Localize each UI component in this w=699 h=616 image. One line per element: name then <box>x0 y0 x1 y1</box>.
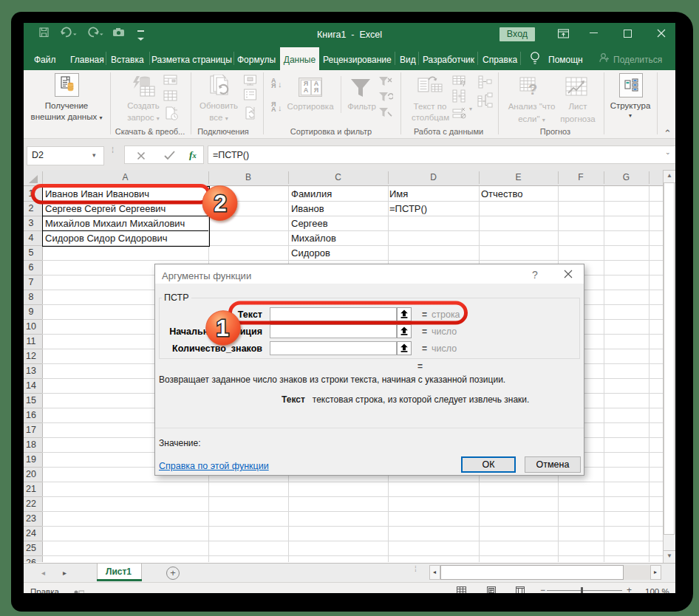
svg-text:?: ? <box>528 81 537 97</box>
